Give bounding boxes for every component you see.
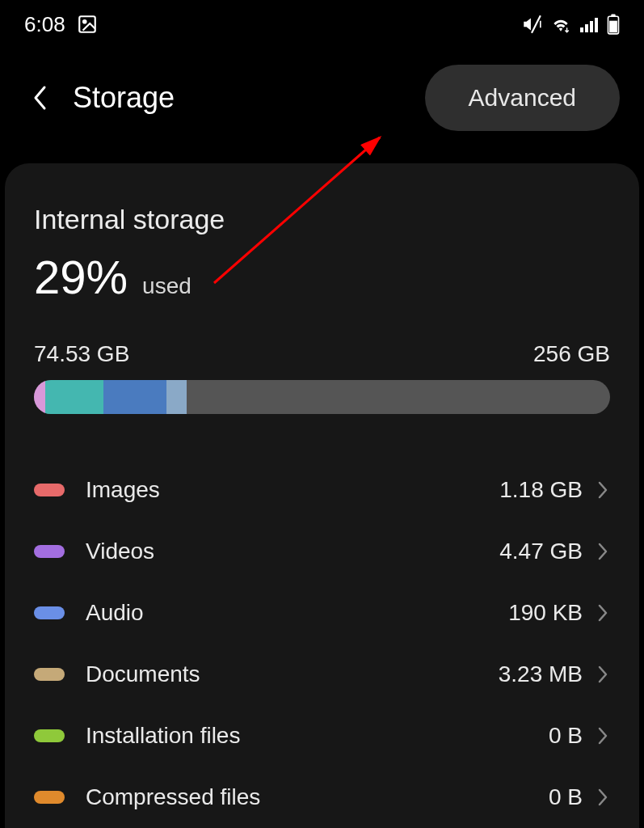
category-label: Compressed files: [86, 784, 549, 810]
category-color-icon: [34, 545, 65, 558]
usage-percent: 29%: [34, 250, 128, 304]
category-list: Images1.18 GBVideos4.47 GBAudio190 KBDoc…: [34, 459, 610, 828]
back-button[interactable]: [24, 82, 57, 114]
category-row[interactable]: Images1.18 GB: [34, 459, 610, 521]
category-color-icon: [34, 791, 65, 804]
chevron-right-icon: [596, 602, 610, 624]
signal-icon: [579, 15, 599, 33]
category-label: Installation files: [86, 723, 549, 749]
status-time: 6:08: [24, 12, 65, 37]
storage-card: Internal storage 29% used 74.53 GB 256 G…: [5, 163, 639, 828]
storage-title: Internal storage: [34, 204, 610, 235]
chevron-right-icon: [596, 540, 610, 563]
used-size: 74.53 GB: [34, 341, 129, 367]
progress-segment: [103, 380, 166, 414]
category-color-icon: [34, 606, 65, 619]
category-row[interactable]: Installation files0 B: [34, 705, 610, 767]
status-left: 6:08: [24, 12, 98, 37]
chevron-right-icon: [596, 724, 610, 747]
progress-segment: [166, 380, 187, 414]
svg-point-1: [83, 20, 86, 23]
category-size: 190 KB: [508, 600, 583, 626]
category-size: 0 B: [549, 784, 583, 810]
sizes-row: 74.53 GB 256 GB: [34, 341, 610, 367]
svg-rect-0: [79, 16, 95, 32]
category-row[interactable]: Compressed files0 B: [34, 767, 610, 828]
category-label: Documents: [86, 661, 499, 687]
category-color-icon: [34, 484, 65, 496]
chevron-right-icon: [596, 663, 610, 686]
category-size: 3.23 MB: [499, 661, 583, 687]
svg-rect-8: [611, 15, 615, 17]
page-title: Storage: [73, 81, 409, 115]
usage-percent-row: 29% used: [34, 250, 610, 304]
battery-icon: [607, 14, 620, 35]
category-size: 4.47 GB: [499, 539, 583, 564]
progress-segment: [45, 380, 103, 414]
status-right: [521, 14, 620, 35]
chevron-left-icon: [32, 84, 48, 112]
svg-rect-4: [585, 24, 588, 32]
category-label: Images: [86, 477, 499, 503]
chevron-right-icon: [596, 479, 610, 501]
category-row[interactable]: Audio190 KB: [34, 582, 610, 644]
category-row[interactable]: Documents3.23 MB: [34, 644, 610, 705]
svg-rect-9: [609, 21, 617, 33]
category-size: 0 B: [549, 723, 583, 749]
header: Storage Advanced: [0, 49, 644, 163]
category-size: 1.18 GB: [499, 477, 583, 503]
svg-rect-6: [595, 18, 598, 32]
mute-vibrate-icon: [521, 14, 542, 35]
category-color-icon: [34, 668, 65, 681]
total-size: 256 GB: [533, 341, 610, 367]
wifi-icon: [550, 15, 571, 33]
usage-label: used: [142, 273, 192, 299]
svg-rect-5: [590, 21, 593, 32]
category-row[interactable]: Videos4.47 GB: [34, 521, 610, 582]
status-bar: 6:08: [0, 0, 644, 49]
svg-rect-3: [580, 27, 583, 32]
advanced-button[interactable]: Advanced: [425, 65, 620, 131]
category-color-icon: [34, 729, 65, 742]
progress-segment: [34, 380, 45, 414]
svg-line-2: [532, 15, 541, 33]
gallery-icon: [77, 14, 98, 35]
category-label: Audio: [86, 600, 508, 626]
category-label: Videos: [86, 539, 499, 564]
storage-progress-bar: [34, 380, 610, 414]
chevron-right-icon: [596, 786, 610, 809]
